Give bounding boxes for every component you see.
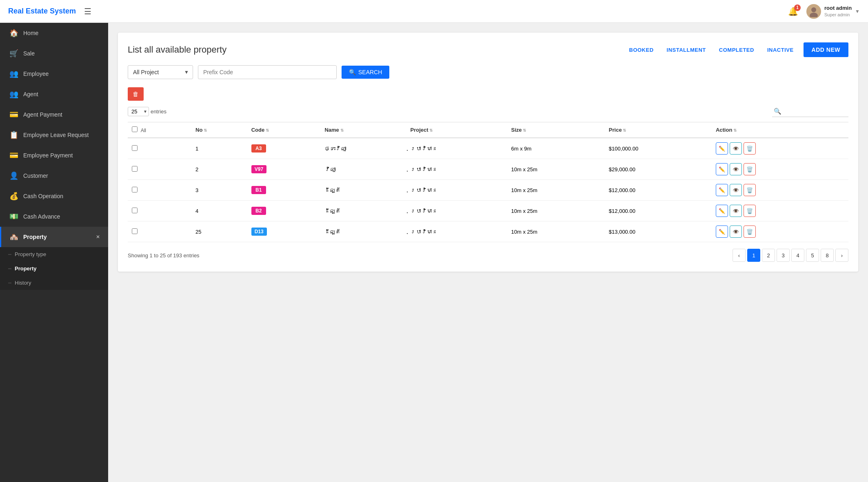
sidebar-label-sale: Sale <box>23 50 35 57</box>
entries-select[interactable]: 25 50 100 <box>128 107 149 116</box>
delete-button[interactable]: 🗑️ <box>744 205 756 217</box>
page-8-button[interactable]: 8 <box>821 249 834 262</box>
sidebar-item-property-type[interactable]: Property type <box>0 247 108 261</box>
agent-payment-icon: 💳 <box>9 110 18 119</box>
sidebar-item-employee[interactable]: 👥 Employee <box>0 64 108 84</box>
row-checkbox-cell <box>128 159 191 180</box>
table-search-input[interactable] <box>781 106 847 116</box>
delete-button[interactable]: 🗑️ <box>744 142 756 155</box>
sidebar-item-property-list[interactable]: Property <box>0 261 108 276</box>
tab-inactive[interactable]: INACTIVE <box>764 44 797 55</box>
col-no[interactable]: No <box>191 122 247 138</box>
edit-button[interactable]: ✏️ <box>716 226 728 238</box>
row-name: ដីឡូត៍ <box>320 201 406 221</box>
view-button[interactable]: 👁️ <box>730 205 742 217</box>
svg-point-1 <box>810 13 818 17</box>
col-size[interactable]: Size <box>507 122 604 138</box>
edit-button[interactable]: ✏️ <box>716 163 728 175</box>
sidebar-item-agent[interactable]: 👥 Agent <box>0 84 108 104</box>
row-checkbox[interactable] <box>132 208 138 213</box>
bulk-delete-button[interactable]: 🗑 <box>128 87 144 101</box>
row-actions: ✏️ 👁️ 🗑️ <box>712 221 848 242</box>
user-role: Super admin <box>824 12 852 18</box>
sidebar-item-employee-payment[interactable]: 💳 Employee Payment <box>0 145 108 166</box>
sidebar-label-employee: Employee <box>23 71 49 77</box>
row-project: ប្រាវិមាន <box>406 180 507 201</box>
delete-button[interactable]: 🗑️ <box>744 163 756 175</box>
col-price[interactable]: Price <box>605 122 712 138</box>
sidebar-item-agent-payment[interactable]: 💳 Agent Payment <box>0 104 108 125</box>
search-button[interactable]: 🔍 SEARCH <box>342 66 389 79</box>
sidebar-item-home[interactable]: 🏠 Home <box>0 23 108 43</box>
sidebar-item-property[interactable]: 🏘️ Property ✕ <box>0 227 108 247</box>
table-search-box: 🔍 <box>772 106 848 117</box>
sidebar-item-employee-leave[interactable]: 📋 Employee Leave Request <box>0 125 108 145</box>
edit-button[interactable]: ✏️ <box>716 184 728 196</box>
page-5-button[interactable]: 5 <box>806 249 819 262</box>
table-header-row: All No Code Name Project Size Price Acti… <box>128 122 848 138</box>
sidebar-item-history[interactable]: History <box>0 276 108 290</box>
col-project[interactable]: Project <box>406 122 507 138</box>
tab-completed[interactable]: COMPLETED <box>716 44 757 55</box>
prefix-code-input[interactable] <box>198 65 337 79</box>
row-no: 2 <box>191 159 247 180</box>
property-card: List all available property BOOKED INSTA… <box>118 33 858 272</box>
row-checkbox[interactable] <box>132 187 138 192</box>
delete-button[interactable]: 🗑️ <box>744 226 756 238</box>
svg-point-0 <box>811 7 816 12</box>
page-4-button[interactable]: 4 <box>791 249 804 262</box>
project-select[interactable]: All Project <box>128 65 193 79</box>
row-actions: ✏️ 👁️ 🗑️ <box>712 180 848 201</box>
page-3-button[interactable]: 3 <box>777 249 790 262</box>
delete-button[interactable]: 🗑️ <box>744 184 756 196</box>
row-project: ប្រាវិមាន <box>406 221 507 242</box>
row-project: ប្រាវិមាន <box>406 201 507 221</box>
select-all-checkbox[interactable] <box>132 126 138 132</box>
row-size: 10m x 25m <box>507 159 604 180</box>
row-checkbox-cell <box>128 138 191 159</box>
close-icon: ✕ <box>96 234 100 240</box>
card-title: List all available property <box>128 44 226 55</box>
col-name[interactable]: Name <box>320 122 406 138</box>
page-2-button[interactable]: 2 <box>762 249 775 262</box>
sidebar-label-employee-leave: Employee Leave Request <box>23 132 89 138</box>
row-name: វីឡា <box>320 159 406 180</box>
edit-button[interactable]: ✏️ <box>716 142 728 155</box>
edit-button[interactable]: ✏️ <box>716 205 728 217</box>
row-checkbox[interactable] <box>132 166 138 172</box>
row-code: A3 <box>247 138 321 159</box>
page-prev-button[interactable]: ‹ <box>733 249 746 262</box>
view-button[interactable]: 👁️ <box>730 163 742 175</box>
sidebar-item-sale[interactable]: 🛒 Sale <box>0 43 108 64</box>
sidebar-item-cash-advance[interactable]: 💵 Cash Advance <box>0 206 108 227</box>
notification-bell[interactable]: 🔔 1 <box>788 7 798 16</box>
user-menu[interactable]: root admin Super admin ▼ <box>806 4 860 19</box>
sidebar-item-customer[interactable]: 👤 Customer <box>0 166 108 186</box>
page-next-button[interactable]: › <box>835 249 848 262</box>
add-new-button[interactable]: ADD NEW <box>804 42 848 57</box>
view-button[interactable]: 👁️ <box>730 226 742 238</box>
row-price: $12,000.00 <box>605 201 712 221</box>
view-button[interactable]: 👁️ <box>730 184 742 196</box>
row-checkbox-cell <box>128 221 191 242</box>
code-badge: A3 <box>251 144 266 153</box>
hamburger-icon[interactable]: ☰ <box>84 7 91 16</box>
project-select-wrapper: All Project ▼ <box>128 65 193 79</box>
pagination: ‹ 1 2 3 4 5 8 › <box>733 249 848 262</box>
row-checkbox[interactable] <box>132 228 138 234</box>
property-type-label: Property type <box>15 251 46 257</box>
table-row: 3 B1 ដីឡូត៍ ប្រាវិមាន 10m x 25m $12,000.… <box>128 180 848 201</box>
sidebar-item-cash-operation[interactable]: 💰 Cash Operation <box>0 186 108 206</box>
property-list-label: Property <box>15 265 36 272</box>
row-actions: ✏️ 👁️ 🗑️ <box>712 138 848 159</box>
row-checkbox[interactable] <box>132 145 138 151</box>
tab-installment[interactable]: INSTALLMENT <box>664 44 709 55</box>
row-code: V97 <box>247 159 321 180</box>
view-button[interactable]: 👁️ <box>730 142 742 155</box>
user-text: root admin Super admin <box>824 5 852 18</box>
row-code: B2 <box>247 201 321 221</box>
tab-booked[interactable]: BOOKED <box>626 44 657 55</box>
row-no: 25 <box>191 221 247 242</box>
page-1-button[interactable]: 1 <box>747 249 760 262</box>
col-code[interactable]: Code <box>247 122 321 138</box>
